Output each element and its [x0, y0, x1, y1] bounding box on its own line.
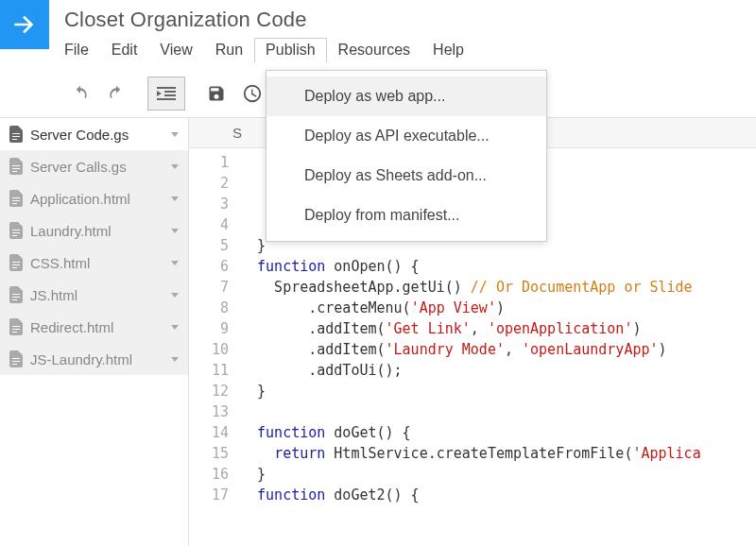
menu-file[interactable]: File	[64, 38, 100, 62]
chevron-down-icon[interactable]	[171, 196, 179, 201]
file-label: CSS.html	[30, 255, 163, 271]
file-icon	[9, 190, 23, 207]
menu-help[interactable]: Help	[421, 38, 475, 62]
chevron-down-icon[interactable]	[171, 261, 179, 265]
svg-rect-2	[164, 94, 176, 96]
dropdown-deploy-api[interactable]: Deploy as API executable...	[266, 116, 546, 156]
menu-edit[interactable]: Edit	[100, 38, 149, 62]
menu-view[interactable]: View	[148, 38, 203, 62]
function-selector-label: S	[232, 125, 242, 141]
indent-toggle-button[interactable]	[147, 77, 185, 111]
svg-rect-1	[164, 91, 176, 93]
file-label: Application.html	[30, 191, 163, 207]
file-icon	[9, 318, 23, 335]
file-item[interactable]: Server Calls.gs	[0, 150, 188, 182]
file-item[interactable]: JS-Laundry.html	[0, 343, 188, 375]
file-label: Redirect.html	[30, 319, 163, 335]
file-icon	[9, 126, 23, 143]
chevron-down-icon[interactable]	[171, 164, 179, 169]
dropdown-deploy-web-app[interactable]: Deploy as web app...	[266, 77, 546, 116]
dropdown-deploy-sheets[interactable]: Deploy as Sheets add-on...	[266, 156, 546, 196]
file-item[interactable]: Redirect.html	[0, 311, 188, 343]
chevron-down-icon[interactable]	[171, 132, 179, 137]
file-icon	[9, 286, 23, 303]
undo-button[interactable]	[62, 77, 98, 111]
indent-icon	[157, 86, 176, 101]
file-icon	[9, 254, 23, 271]
redo-icon	[107, 84, 126, 103]
chevron-down-icon[interactable]	[171, 325, 179, 330]
file-item[interactable]: Laundry.html	[0, 214, 188, 247]
file-item[interactable]: CSS.html	[0, 247, 188, 279]
file-label: JS.html	[30, 287, 163, 303]
file-icon	[9, 158, 23, 175]
menu-run[interactable]: Run	[204, 38, 254, 62]
file-label: Laundry.html	[30, 223, 163, 239]
chevron-down-icon[interactable]	[171, 357, 179, 362]
undo-icon	[71, 84, 90, 103]
clock-icon	[242, 83, 263, 104]
save-icon	[207, 84, 226, 103]
file-label: Server Code.gs	[30, 127, 163, 143]
publish-dropdown: Deploy as web app... Deploy as API execu…	[266, 70, 547, 242]
chevron-down-icon[interactable]	[171, 293, 179, 298]
file-sidebar: Server Code.gsServer Calls.gsApplication…	[0, 118, 189, 546]
menubar: File Edit View Run Publish Resources Hel…	[64, 38, 756, 62]
file-label: Server Calls.gs	[30, 159, 163, 175]
menu-publish[interactable]: Publish	[254, 38, 326, 62]
save-button[interactable]	[198, 77, 234, 111]
app-logo[interactable]	[0, 0, 49, 49]
menu-resources[interactable]: Resources	[327, 38, 421, 62]
file-item[interactable]: Application.html	[0, 182, 188, 214]
file-item[interactable]: JS.html	[0, 279, 188, 311]
dropdown-deploy-manifest[interactable]: Deploy from manifest...	[266, 196, 546, 235]
file-label: JS-Laundry.html	[30, 351, 163, 367]
svg-rect-3	[157, 98, 176, 100]
line-gutter: 1234567891011121314151617	[189, 152, 240, 505]
chevron-down-icon[interactable]	[171, 229, 179, 233]
redo-button[interactable]	[98, 77, 134, 111]
page-title[interactable]: Closet Organization Code	[64, 8, 756, 32]
file-icon	[9, 350, 23, 367]
svg-rect-0	[157, 87, 176, 89]
file-icon	[9, 222, 23, 239]
file-item[interactable]: Server Code.gs	[0, 118, 188, 150]
arrow-right-icon	[9, 9, 40, 40]
